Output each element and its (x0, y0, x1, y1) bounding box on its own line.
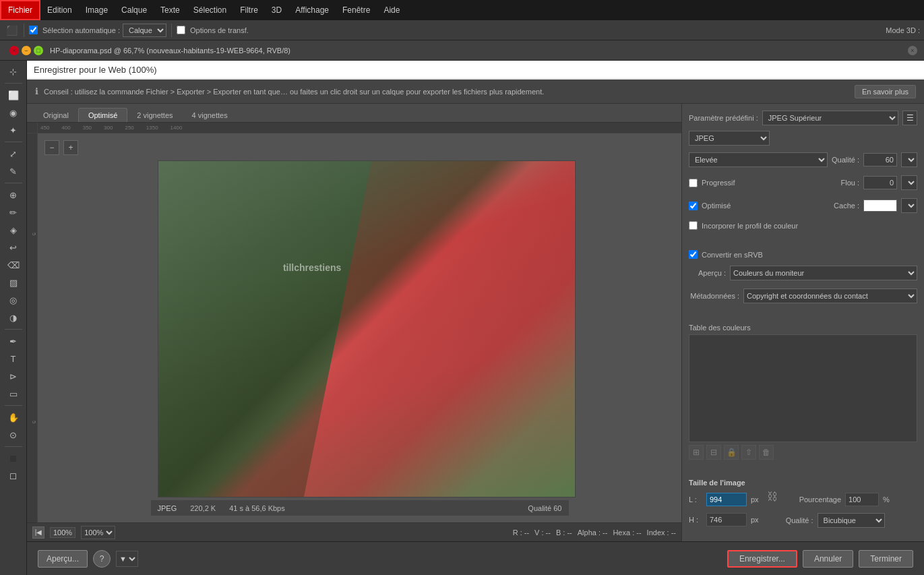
cache-dropdown[interactable] (901, 198, 917, 213)
cache-color[interactable] (863, 200, 897, 212)
quality-level-row: Elevée Qualité : (689, 152, 917, 167)
quality-dropdown[interactable] (901, 152, 917, 167)
nav-first-btn[interactable]: |◀ (32, 526, 44, 539)
tab-optimise[interactable]: Optimisé (78, 108, 127, 122)
tool-move[interactable]: ⊹ (4, 63, 23, 80)
ruler-mark-350: 350 (83, 125, 92, 131)
enregistrer-button[interactable]: Enregistrer... (727, 550, 797, 568)
tool-history[interactable]: ↩ (4, 239, 23, 255)
footer-left: Aperçu... ? ▼ (38, 550, 138, 568)
optimise-checkbox[interactable] (689, 202, 698, 210)
meta-label: Métadonnées : (689, 292, 739, 300)
quality-resample-select[interactable]: Bicubique (818, 513, 885, 528)
terminer-button[interactable]: Terminer (859, 550, 913, 568)
v-value: V : -- (534, 528, 551, 537)
quality-value-input[interactable] (863, 153, 897, 167)
learn-more-button[interactable]: En savoir plus (855, 85, 916, 98)
meta-select[interactable]: Copyright et coordonnées du contact (743, 289, 917, 303)
tab-original[interactable]: Original (34, 109, 78, 122)
window-max-btn[interactable]: □ (34, 46, 43, 55)
tool-eraser[interactable]: ⌫ (4, 257, 23, 273)
menu-fenetre[interactable]: Fenêtre (336, 0, 377, 20)
tool-shape[interactable]: ▭ (4, 386, 23, 402)
tool-eyedropper[interactable]: ✎ (4, 163, 23, 179)
tabs-bar: Original Optimisé 2 vignettes 4 vignette… (27, 104, 681, 123)
tool-hand[interactable]: ✋ (4, 409, 23, 425)
apercu-select[interactable]: Couleurs du moniteur (730, 266, 917, 280)
menu-aide[interactable]: Aide (377, 0, 406, 20)
image-info-bar: JPEG 220,2 K 41 s à 56,6 Kbps Qualité 60 (151, 500, 569, 516)
ruler-mark-450: 450 (40, 125, 49, 131)
toolbar-separator2 (171, 24, 172, 37)
tab-4vignettes[interactable]: 4 vignettes (183, 109, 237, 122)
calque-select[interactable]: Calque (123, 24, 166, 37)
preset-menu-btn[interactable]: ☰ (902, 111, 917, 125)
tool-text[interactable]: T (4, 351, 23, 367)
tool-brush[interactable]: ✏ (4, 204, 23, 220)
menu-image[interactable]: Image (79, 0, 115, 20)
window-close-btn[interactable]: × (9, 46, 19, 55)
window-min-btn[interactable]: − (22, 46, 31, 55)
quality-resample-label: Qualité : (786, 516, 813, 524)
menu-affichage[interactable]: Affichage (288, 0, 336, 20)
selection-auto-checkbox[interactable] (29, 26, 38, 34)
right-panel: Paramètre prédéfini : JPEG Supérieur ☰ J… (681, 104, 924, 541)
tool-stamp[interactable]: ◈ (4, 222, 23, 238)
tool-spot-heal[interactable]: ⊕ (4, 187, 23, 203)
save-web-bar: Enregistrer pour le Web (100%) (27, 61, 924, 80)
srvb-checkbox[interactable] (689, 250, 698, 259)
help-select[interactable]: ▼ (116, 551, 138, 567)
apercu-row: Aperçu : Couleurs du moniteur (689, 266, 917, 280)
tool-gradient[interactable]: ▨ (4, 274, 23, 291)
annuler-button[interactable]: Annuler (803, 550, 853, 568)
menu-edition[interactable]: Edition (40, 0, 79, 20)
size-l-input[interactable] (706, 493, 747, 506)
tool-path-select[interactable]: ⊳ (4, 368, 23, 384)
canvas-wrapper[interactable]: − + tillc (38, 133, 681, 522)
menu-calque[interactable]: Calque (115, 0, 154, 20)
pct-label-row: Pourcentage % (786, 493, 890, 506)
zoom-out-icon[interactable]: − (44, 140, 59, 155)
ct-lock-btn: 🔒 (724, 445, 739, 460)
progressif-checkbox[interactable] (689, 179, 698, 187)
quality-level-select[interactable]: Elevée (689, 152, 828, 167)
ruler-mark-300: 300 (104, 125, 113, 131)
tool-magic-wand[interactable]: ✦ (4, 122, 23, 138)
tool-separator2 (5, 142, 22, 142)
format-select[interactable]: JPEG (689, 131, 770, 146)
tool-dodge[interactable]: ◑ (4, 309, 23, 326)
incorporer-label: Incorporer le profil de couleur (702, 222, 798, 230)
menu-selection[interactable]: Sélection (187, 0, 233, 20)
menu-3d[interactable]: 3D (265, 0, 288, 20)
tool-select-rect[interactable]: ⬜ (4, 87, 23, 103)
srvb-row: Convertir en sRVB (689, 250, 917, 259)
size-h-input[interactable] (706, 513, 747, 526)
apercu-label: Aperçu : (689, 269, 726, 277)
tool-lasso[interactable]: ◉ (4, 104, 23, 121)
apercu-button[interactable]: Aperçu... (38, 550, 88, 568)
zoom-in-icon[interactable]: + (63, 140, 78, 155)
preset-select[interactable]: JPEG Supérieur (762, 111, 898, 125)
menu-texte[interactable]: Texte (154, 0, 187, 20)
size-lh-inputs: L : px H : px (689, 491, 759, 528)
help-button[interactable]: ? (93, 550, 111, 568)
incorporer-checkbox[interactable] (689, 221, 698, 230)
window-close-right[interactable]: × (908, 46, 917, 55)
background-color[interactable]: □ (4, 468, 23, 484)
foreground-color[interactable]: ■ (4, 450, 23, 466)
menu-filtre[interactable]: Filtre (233, 0, 265, 20)
menu-fichier[interactable]: Fichier (0, 0, 40, 20)
tab-2vignettes[interactable]: 2 vignettes (127, 109, 182, 122)
flou-input[interactable] (863, 176, 897, 189)
zoom-select[interactable]: 100% (81, 526, 115, 539)
tool-blur[interactable]: ◎ (4, 292, 23, 308)
flou-dropdown[interactable] (901, 175, 917, 190)
inner-content: Original Optimisé 2 vignettes 4 vignette… (27, 104, 924, 541)
move-tool-icon[interactable]: ⬛ (4, 23, 19, 38)
options-transf-checkbox[interactable] (177, 26, 185, 34)
tool-zoom[interactable]: ⊙ (4, 427, 23, 443)
pct-input[interactable] (845, 493, 879, 506)
ct-remove-btn: ⊟ (706, 445, 721, 460)
tool-pen[interactable]: ✒ (4, 333, 23, 349)
tool-crop[interactable]: ⤢ (4, 146, 23, 162)
